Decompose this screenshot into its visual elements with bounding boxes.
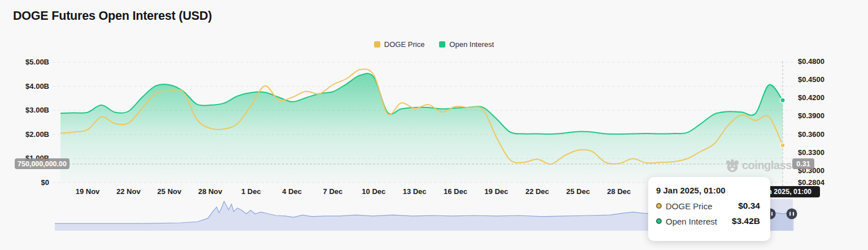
- x-axis-label: 22 Nov: [116, 187, 141, 196]
- x-axis-label: 7 Dec: [323, 187, 343, 196]
- tooltip-value: $3.42B: [732, 216, 760, 226]
- navigator-right-handle[interactable]: [787, 209, 797, 219]
- doge-open-interest-chart-page: DOGE Futures Open Interest (USD) DOGE Pr…: [0, 0, 868, 250]
- tooltip-row-doge-price: DOGE Price $0.34: [656, 201, 760, 211]
- x-axis-label: 19 Dec: [484, 187, 508, 196]
- y-axis-left-label: $3.00B: [11, 106, 49, 115]
- y-axis-left-label: $5.00B: [11, 58, 49, 67]
- watermark-text: coinglass: [742, 159, 792, 172]
- x-axis-label: 28 Dec: [607, 187, 631, 196]
- crosshair-left-value-badge: 750,000,000.00: [15, 158, 70, 169]
- y-axis-right-label: $0.3600: [798, 130, 824, 139]
- crosshair-right-value-badge: 0.31: [792, 158, 814, 169]
- x-axis-label: 1 Dec: [241, 187, 261, 196]
- x-axis-label: 25 Nov: [157, 187, 181, 196]
- tooltip-value: $0.34: [738, 201, 760, 211]
- x-axis-label: 4 Dec: [282, 187, 302, 196]
- open-interest-end-marker: [780, 98, 785, 102]
- y-axis-left-label: $0: [11, 178, 49, 187]
- y-axis-right-label: $0.4500: [798, 75, 824, 84]
- doge-price-dot-icon: [656, 203, 662, 209]
- doge-price-end-marker: [780, 143, 785, 148]
- x-axis-label: 10 Dec: [362, 187, 385, 196]
- x-axis-label: 28 Nov: [198, 187, 223, 196]
- coinglass-mascot-icon: [726, 158, 739, 173]
- x-axis-label: 19 Nov: [76, 187, 100, 196]
- x-axis-label: 25 Dec: [566, 187, 590, 196]
- open-interest-area: [60, 74, 783, 183]
- y-axis-right-label: $0.3300: [798, 148, 824, 157]
- chart-tooltip: 9 Jan 2025, 01:00 DOGE Price $0.34 Open …: [648, 177, 770, 241]
- x-axis-label: 13 Dec: [403, 187, 427, 196]
- tooltip-row-open-interest: Open Interest $3.42B: [656, 216, 760, 226]
- tooltip-date: 9 Jan 2025, 01:00: [656, 186, 760, 195]
- x-axis-label: 22 Dec: [526, 187, 549, 196]
- coinglass-watermark: coinglass: [726, 158, 792, 173]
- x-axis-label: 16 Dec: [444, 187, 467, 196]
- tooltip-label: DOGE Price: [666, 201, 713, 211]
- open-interest-dot-icon: [656, 218, 662, 224]
- y-axis-left-label: $4.00B: [11, 82, 49, 91]
- tooltip-label: Open Interest: [666, 217, 717, 226]
- y-axis-right-label: $0.3900: [798, 111, 824, 120]
- y-axis-right-label: $0.4200: [798, 93, 824, 102]
- y-axis-left-label: $2.00B: [11, 130, 49, 139]
- y-axis-right-label: $0.4800: [798, 57, 824, 66]
